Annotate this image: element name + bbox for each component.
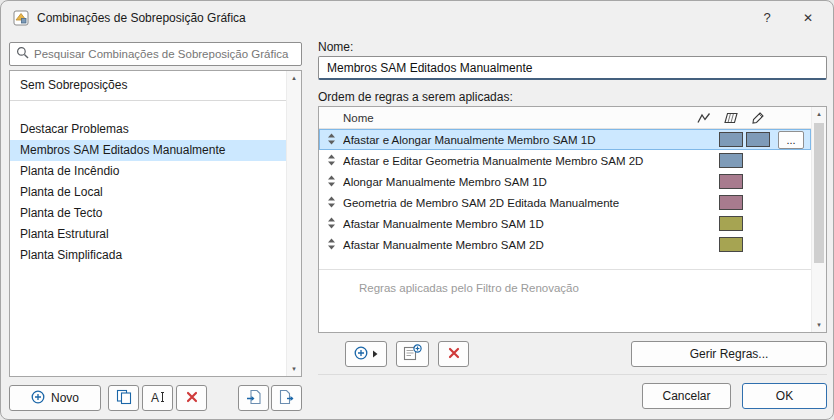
combination-label: Planta de Incêndio bbox=[20, 164, 119, 178]
surface-swatch[interactable] bbox=[746, 132, 770, 147]
fill-swatch[interactable] bbox=[719, 174, 743, 189]
rename-icon: A bbox=[150, 389, 166, 408]
manage-rules-button[interactable]: Gerir Regras... bbox=[631, 341, 827, 367]
drag-handle-icon[interactable] bbox=[327, 154, 336, 168]
search-icon bbox=[16, 46, 29, 62]
combination-label: Planta Simplificada bbox=[20, 248, 122, 262]
rules-table: Nome Afastar e Alongar Manualmente Membr… bbox=[318, 106, 827, 333]
combination-label: Membros SAM Editados Manualmente bbox=[20, 143, 225, 157]
scroll-up-icon[interactable]: ▴ bbox=[817, 109, 821, 119]
rules-order-label: Ordem de regras a serem aplicadas: bbox=[318, 90, 513, 104]
dialog-icon bbox=[13, 10, 29, 26]
search-box[interactable] bbox=[9, 42, 302, 66]
list-separator bbox=[10, 100, 286, 101]
list-item[interactable]: Planta Estrutural bbox=[10, 224, 286, 245]
rule-name: Alongar Manualmente Membro SAM 1D bbox=[343, 176, 690, 188]
new-rule-icon bbox=[403, 344, 422, 364]
titlebar: Combinações de Sobreposição Gráfica ? ✕ bbox=[1, 1, 833, 35]
new-combination-label: Novo bbox=[51, 391, 79, 405]
delete-x-icon bbox=[447, 346, 461, 363]
flyout-arrow-icon bbox=[372, 347, 378, 361]
cancel-button[interactable]: Cancelar bbox=[642, 383, 731, 409]
scroll-up-icon[interactable]: ▴ bbox=[292, 73, 296, 83]
rule-row[interactable]: Afastar Manualmente Membro SAM 1D bbox=[319, 213, 811, 234]
rename-button[interactable]: A bbox=[142, 385, 173, 411]
fill-swatch[interactable] bbox=[719, 237, 743, 252]
drag-handle-icon[interactable] bbox=[327, 217, 336, 231]
combination-label: Planta Estrutural bbox=[20, 227, 109, 241]
list-item[interactable]: Planta de Incêndio bbox=[10, 161, 286, 182]
plus-circle-icon bbox=[354, 346, 368, 363]
combination-label: Destacar Problemas bbox=[20, 122, 129, 136]
renovation-note: Regras aplicadas pelo Filtro de Renovaçã… bbox=[319, 269, 811, 294]
footer-separator bbox=[318, 374, 827, 375]
fill-swatch[interactable] bbox=[719, 195, 743, 210]
combinations-list-items: Destacar Problemas Membros SAM Editados … bbox=[10, 119, 286, 266]
plus-circle-icon bbox=[31, 390, 45, 407]
duplicate-button[interactable] bbox=[108, 385, 139, 411]
new-rule-settings-button[interactable] bbox=[396, 341, 429, 367]
rules-scrollbar[interactable]: ▴ ▾ bbox=[811, 107, 826, 332]
list-scrollbar[interactable]: ▴ ▾ bbox=[286, 71, 301, 376]
drag-handle-icon[interactable] bbox=[327, 133, 336, 147]
scroll-down-icon[interactable]: ▾ bbox=[292, 364, 296, 374]
fills-column-icon bbox=[717, 112, 744, 124]
graphic-overlay-combinations-dialog: Combinações de Sobreposição Gráfica ? ✕ … bbox=[0, 0, 834, 420]
combinations-list: Sem Sobreposições Destacar Problemas Mem… bbox=[9, 70, 302, 377]
fill-swatch[interactable] bbox=[719, 153, 743, 168]
combination-label: Planta de Local bbox=[20, 185, 103, 199]
lines-column-icon bbox=[690, 112, 717, 124]
rule-name: Afastar Manualmente Membro SAM 1D bbox=[343, 218, 690, 230]
export-button[interactable] bbox=[271, 385, 302, 411]
rule-row[interactable]: Afastar e Alongar Manualmente Membro SAM… bbox=[319, 129, 811, 150]
rule-more-button[interactable]: ... bbox=[778, 131, 804, 149]
delete-button[interactable] bbox=[176, 385, 207, 411]
fill-swatch[interactable] bbox=[719, 132, 743, 147]
duplicate-icon bbox=[116, 389, 132, 408]
add-rule-button[interactable] bbox=[345, 341, 387, 367]
rule-name: Afastar e Alongar Manualmente Membro SAM… bbox=[343, 134, 690, 146]
list-item[interactable]: Sem Sobreposições bbox=[10, 74, 286, 96]
rule-name: Afastar e Editar Geometria Manualmente M… bbox=[343, 155, 690, 167]
rules-table-body: Afastar e Alongar Manualmente Membro SAM… bbox=[319, 129, 826, 255]
list-item[interactable]: Planta Simplificada bbox=[10, 245, 286, 266]
import-icon bbox=[246, 389, 262, 408]
rule-name: Geometria de Membro SAM 2D Editada Manua… bbox=[343, 197, 690, 209]
ok-button[interactable]: OK bbox=[742, 383, 827, 409]
scrollbar-thumb[interactable] bbox=[814, 123, 824, 263]
combinations-list-content: Sem Sobreposições Destacar Problemas Mem… bbox=[10, 71, 286, 376]
rules-name-header: Nome bbox=[343, 112, 690, 124]
list-item[interactable]: Membros SAM Editados Manualmente bbox=[10, 140, 286, 161]
help-button[interactable]: ? bbox=[747, 1, 787, 34]
svg-text:A: A bbox=[151, 390, 159, 404]
rules-table-header: Nome bbox=[319, 107, 826, 129]
drag-handle-icon[interactable] bbox=[327, 175, 336, 189]
combination-label: Sem Sobreposições bbox=[20, 78, 127, 92]
remove-rule-button[interactable] bbox=[438, 341, 469, 367]
export-icon bbox=[279, 389, 295, 408]
drag-handle-icon[interactable] bbox=[327, 238, 336, 252]
surfaces-column-icon bbox=[744, 112, 771, 124]
list-item[interactable]: Planta de Local bbox=[10, 182, 286, 203]
close-button[interactable]: ✕ bbox=[787, 1, 829, 34]
list-item[interactable]: Planta de Tecto bbox=[10, 203, 286, 224]
list-item[interactable]: Destacar Problemas bbox=[10, 119, 286, 140]
fill-swatch[interactable] bbox=[719, 216, 743, 231]
import-button[interactable] bbox=[238, 385, 269, 411]
rule-row[interactable]: Geometria de Membro SAM 2D Editada Manua… bbox=[319, 192, 811, 213]
rule-row[interactable]: Afastar e Editar Geometria Manualmente M… bbox=[319, 150, 811, 171]
dialog-title: Combinações de Sobreposição Gráfica bbox=[37, 1, 246, 35]
search-input[interactable] bbox=[34, 48, 295, 60]
rule-row[interactable]: Afastar Manualmente Membro SAM 2D bbox=[319, 234, 811, 255]
rule-row[interactable]: Alongar Manualmente Membro SAM 1D bbox=[319, 171, 811, 192]
scroll-down-icon[interactable]: ▾ bbox=[817, 320, 821, 330]
combination-name-input[interactable] bbox=[318, 56, 827, 80]
delete-x-icon bbox=[185, 390, 199, 407]
name-label: Nome: bbox=[318, 40, 353, 54]
drag-handle-icon[interactable] bbox=[327, 196, 336, 210]
new-combination-button[interactable]: Novo bbox=[9, 385, 101, 411]
rule-name: Afastar Manualmente Membro SAM 2D bbox=[343, 239, 690, 251]
combination-label: Planta de Tecto bbox=[20, 206, 103, 220]
